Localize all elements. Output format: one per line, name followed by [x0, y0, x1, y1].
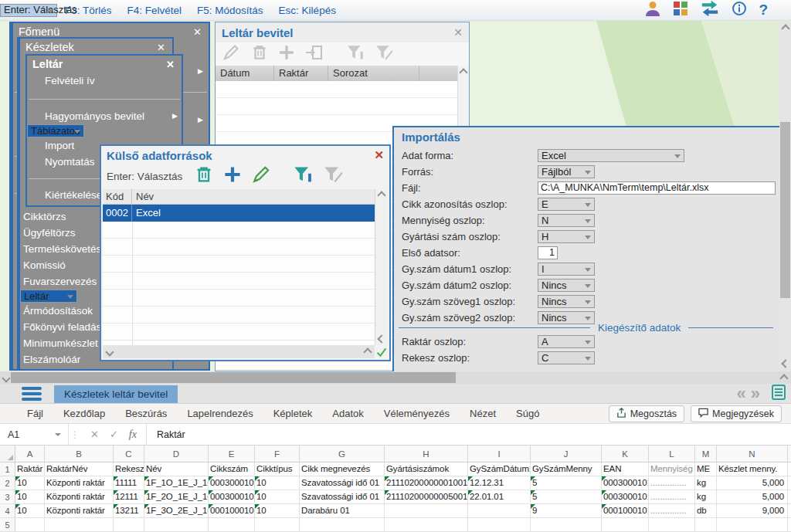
cell-B1[interactable]: RaktárNév — [45, 463, 114, 476]
ribbon-tab-kezdőlap[interactable]: Kezdőlap — [53, 408, 115, 419]
cell-C1[interactable]: Rekesz — [114, 463, 144, 476]
cell-L4[interactable]: ............... — [649, 504, 695, 518]
menu-item-táblázatos-bevitel[interactable]: Táblázatos bevitel — [27, 124, 84, 137]
menu-item-hagyományos-bevitel[interactable]: Hagyományos bevitel▶ — [27, 108, 182, 124]
column-header-raktár[interactable]: Raktár — [274, 66, 328, 81]
import-file-icon[interactable] — [305, 44, 324, 64]
select-cikk-azonosítás-oszlop-[interactable]: E — [538, 198, 595, 211]
cell-E2[interactable]: 0003000101 — [209, 476, 255, 490]
add-icon[interactable] — [223, 165, 242, 187]
cell-A4[interactable]: 10 — [15, 504, 45, 518]
app-scrollbar-vertical[interactable] — [779, 22, 791, 371]
cell-B2[interactable]: Központi raktár — [45, 476, 114, 490]
menu-icon[interactable] — [22, 387, 42, 401]
cell-I5[interactable] — [468, 518, 531, 532]
cell-K5[interactable] — [602, 518, 649, 532]
cell-M5[interactable] — [695, 518, 717, 532]
ribbon-tab-véleményezés[interactable]: Véleményezés — [374, 408, 460, 419]
select-gy-szám-szöveg1-oszlop-[interactable]: Nincs — [538, 295, 595, 308]
column-header-nev[interactable]: Név — [132, 189, 375, 204]
cell-G4[interactable]: Darabáru 01 — [300, 504, 385, 518]
column-header-kod[interactable]: Kód — [103, 189, 132, 204]
input-file-path[interactable]: C:\A_MUNKA\NmTerm\temp\Leltár.xlsx — [538, 181, 776, 195]
column-header-F[interactable]: F — [255, 446, 300, 463]
cell-J4[interactable]: 9 — [531, 504, 602, 518]
user-icon[interactable] — [644, 0, 661, 20]
cell-F5[interactable] — [255, 518, 300, 532]
row-header-1[interactable]: 1 — [0, 463, 15, 476]
ribbon-tab-fájl[interactable]: Fájl — [17, 408, 53, 419]
filter-clear-icon[interactable] — [323, 165, 343, 187]
scrollbar-horizontal[interactable] — [103, 345, 375, 358]
cell-B5[interactable] — [45, 518, 114, 532]
column-header-M[interactable]: M — [695, 446, 717, 463]
confirm-check-icon[interactable] — [375, 345, 388, 358]
column-header-L[interactable]: L — [649, 446, 695, 463]
cell-F1[interactable]: Cikktípus — [255, 463, 300, 476]
table-row-selected[interactable]: 0002Excel — [103, 205, 375, 222]
cell-H5[interactable] — [385, 518, 468, 532]
cell-H4[interactable] — [385, 504, 468, 518]
prev-tabs-icon[interactable]: « — [737, 387, 746, 401]
leltar-bevitel-titlebar[interactable]: Leltár bevitel ✕ — [216, 22, 469, 42]
topbar-item[interactable]: Esc: Kilépés — [271, 0, 344, 20]
cell-J5[interactable] — [531, 518, 602, 532]
select-all-corner[interactable] — [0, 446, 15, 463]
cell-F3[interactable]: 10 — [255, 490, 300, 504]
app-scrollbar-horizontal[interactable] — [0, 371, 791, 384]
cell-N3[interactable]: 5,000 — [717, 490, 788, 504]
cell-H1[interactable]: Gyártásiszámok — [385, 463, 468, 476]
formula-input[interactable]: Raktár — [147, 424, 185, 445]
comments-button[interactable]: Megjegyzések — [691, 405, 782, 422]
info-icon[interactable] — [732, 1, 747, 19]
close-icon[interactable]: ✕ — [165, 59, 176, 70]
select-raktár-oszlop-[interactable]: A — [538, 335, 595, 348]
select-gy-szám-dátum1-oszlop-[interactable]: I — [538, 263, 595, 276]
column-header-H[interactable]: H — [385, 446, 468, 463]
column-header-K[interactable]: K — [602, 446, 649, 463]
cell-J1[interactable]: GySzámMenny — [531, 463, 602, 476]
keszletek-titlebar[interactable]: Készletek ✕ — [20, 39, 172, 56]
cell-G5[interactable] — [300, 518, 385, 532]
cell-D4[interactable]: 1F_3O_2E_J_1C — [144, 504, 209, 518]
kulso-table-body[interactable] — [103, 222, 375, 345]
filter-icon[interactable] — [346, 44, 365, 64]
cell-A2[interactable]: 10 — [15, 476, 45, 490]
cell-D2[interactable]: 1F_1O_1E_J_1C — [144, 476, 209, 490]
cell-N1[interactable]: Készlet menny. — [717, 463, 788, 476]
cell-B4[interactable]: Központi raktár — [45, 504, 114, 518]
ribbon-tab-súgó[interactable]: Súgó — [506, 408, 549, 419]
cell-H2[interactable]: 21110200000001001 — [385, 476, 468, 490]
ribbon-tab-képletek[interactable]: Képletek — [263, 408, 323, 419]
cell-E3[interactable]: 0003000101 — [209, 490, 255, 504]
edit-icon[interactable] — [222, 44, 241, 64]
column-header-B[interactable]: B — [45, 446, 114, 463]
column-header-J[interactable]: J — [531, 446, 602, 463]
scrollbar-vertical[interactable] — [375, 189, 388, 345]
cell-L3[interactable]: ............... — [649, 490, 695, 504]
column-header-sorozat[interactable]: Sorozat — [328, 66, 419, 81]
function-icon[interactable]: fx — [129, 429, 137, 441]
select-gyártási-szám-oszlop-[interactable]: H — [538, 230, 595, 243]
scroll-thumb[interactable] — [780, 122, 790, 298]
delete-icon[interactable] — [195, 165, 213, 187]
close-icon[interactable]: ✕ — [374, 148, 384, 162]
cancel-icon[interactable]: ✕ — [90, 429, 99, 440]
cell-M2[interactable]: kg — [695, 476, 717, 490]
select-gy-szám-dátum2-oszlop-[interactable]: Nincs — [538, 279, 595, 292]
cell-C4[interactable]: 13211 — [114, 504, 144, 518]
help-icon[interactable]: ? — [759, 3, 768, 17]
cell-I1[interactable]: GySzámDátum1 — [468, 463, 531, 476]
cell-K3[interactable]: 0003000101 — [602, 490, 649, 504]
close-icon[interactable]: ✕ — [192, 26, 203, 38]
delete-icon[interactable] — [251, 44, 268, 64]
apps-grid-icon[interactable] — [673, 1, 688, 19]
close-icon[interactable]: ✕ — [155, 42, 167, 53]
cell-J3[interactable]: 5 — [531, 490, 602, 504]
cell-G1[interactable]: Cikk megnevezés — [300, 463, 385, 476]
topbar-item[interactable]: F4: Felvétel — [120, 0, 190, 20]
cell-N5[interactable] — [717, 518, 788, 532]
topbar-item[interactable]: F5: Módosítás — [189, 0, 271, 20]
input-first-row[interactable]: 1 — [538, 246, 558, 259]
enter-check-icon[interactable]: ✓ — [110, 429, 118, 440]
